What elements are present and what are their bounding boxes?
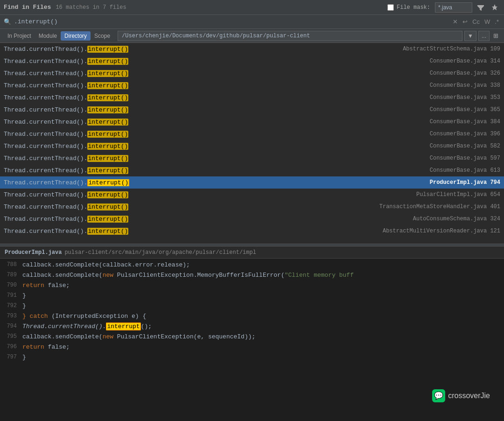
- line-number: 795: [0, 333, 22, 340]
- clear-search-btn[interactable]: ✕: [451, 18, 459, 26]
- result-row[interactable]: Thread.currentThread().interrupt()Consum…: [0, 55, 504, 67]
- tab-directory[interactable]: Directory: [61, 31, 91, 41]
- line-code: } catch (InterruptedException e) {: [22, 313, 146, 320]
- dir-expand-btn[interactable]: ▼: [464, 31, 476, 41]
- code-preview: 788 callback.sendComplete(callback.error…: [0, 259, 504, 421]
- header-actions: File mask:: [387, 2, 500, 13]
- result-code: Thread.currentThread().interrupt(): [4, 119, 425, 126]
- whole-word-btn[interactable]: W: [483, 18, 491, 26]
- code-preview-section: ProducerImpl.java pulsar-client/src/main…: [0, 246, 504, 421]
- tab-module[interactable]: Module: [35, 31, 61, 41]
- line-number: 788: [0, 261, 22, 268]
- result-code: Thread.currentThread().interrupt(): [4, 167, 425, 174]
- match-count: 16 matches in 7 files: [56, 4, 126, 11]
- code-line: 789 callback.sendComplete(new PulsarClie…: [0, 270, 504, 280]
- tab-scope[interactable]: Scope: [91, 31, 114, 41]
- line-number: 796: [0, 344, 22, 350]
- result-file: ConsumerBase.java 613: [430, 167, 500, 174]
- search-actions: ✕ ↩ Cc W .*: [451, 18, 500, 26]
- watermark-text: crossoverJie: [448, 392, 490, 400]
- search-bar: 🔍 ✕ ↩ Cc W .*: [0, 15, 504, 29]
- line-number: 790: [0, 282, 22, 288]
- result-row[interactable]: Thread.currentThread().interrupt()Consum…: [0, 140, 504, 152]
- result-code: Thread.currentThread().interrupt(): [4, 216, 408, 223]
- result-file: ProducerImpl.java 794: [430, 179, 500, 186]
- result-file: ConsumerBase.java 314: [430, 58, 500, 64]
- line-number: 791: [0, 292, 22, 299]
- result-row[interactable]: Thread.currentThread().interrupt()Abstra…: [0, 43, 504, 55]
- result-file: ConsumerBase.java 338: [430, 82, 500, 89]
- code-line: 794 Thread.currentThread().interrupt();: [0, 321, 504, 331]
- line-code: callback.sendComplete(callback.error.rel…: [22, 261, 190, 268]
- result-file: ConsumerBase.java 353: [430, 94, 500, 101]
- result-row[interactable]: Thread.currentThread().interrupt()Consum…: [0, 164, 504, 176]
- result-code: Thread.currentThread().interrupt(): [4, 94, 425, 101]
- line-code: return false;: [22, 282, 70, 289]
- file-mask-checkbox[interactable]: [387, 4, 394, 11]
- watermark-icon: 💬: [432, 389, 445, 402]
- result-file: ConsumerBase.java 326: [430, 70, 500, 77]
- undo-btn[interactable]: ↩: [461, 18, 469, 26]
- result-code: Thread.currentThread().interrupt(): [4, 58, 425, 65]
- code-line: 788 callback.sendComplete(callback.error…: [0, 260, 504, 270]
- results-list: Thread.currentThread().interrupt()Abstra…: [0, 43, 504, 244]
- main-content: Thread.currentThread().interrupt()Abstra…: [0, 43, 504, 421]
- result-file: AbstractMultiVersionReader.java 121: [383, 228, 500, 234]
- result-row[interactable]: Thread.currentThread().interrupt()Pulsar…: [0, 189, 504, 201]
- result-row[interactable]: Thread.currentThread().interrupt()Consum…: [0, 104, 504, 116]
- line-code: }: [22, 354, 26, 361]
- search-input[interactable]: [14, 18, 448, 25]
- code-preview-header: ProducerImpl.java pulsar-client/src/main…: [0, 246, 504, 259]
- result-row[interactable]: Thread.currentThread().interrupt()Consum…: [0, 128, 504, 140]
- code-line: 793 } catch (InterruptedException e) {: [0, 311, 504, 321]
- result-row[interactable]: Thread.currentThread().interrupt()Abstra…: [0, 225, 504, 237]
- result-file: ConsumerBase.java 396: [430, 131, 500, 137]
- pin-icon-btn[interactable]: [489, 3, 500, 12]
- result-code: Thread.currentThread().interrupt(): [4, 179, 425, 186]
- result-row[interactable]: Thread.currentThread().interrupt()Consum…: [0, 152, 504, 164]
- code-line: 791 }: [0, 290, 504, 301]
- watermark: 💬 crossoverJie: [432, 389, 490, 402]
- result-row[interactable]: Thread.currentThread().interrupt()Transa…: [0, 201, 504, 213]
- code-line: 790 return false;: [0, 280, 504, 290]
- code-line: 792 }: [0, 301, 504, 311]
- dir-toggle-view-btn[interactable]: ⊞: [491, 31, 500, 40]
- file-mask-input[interactable]: [435, 2, 472, 13]
- line-number: 797: [0, 354, 22, 360]
- directory-path-input[interactable]: [118, 31, 462, 41]
- file-mask-label: File mask:: [397, 4, 430, 11]
- code-line: 797 }: [0, 352, 504, 362]
- preview-file-path: pulsar-client/src/main/java/org/apache/p…: [64, 249, 256, 256]
- match-case-btn[interactable]: Cc: [471, 18, 481, 26]
- search-icon: 🔍: [4, 18, 11, 26]
- line-number: 793: [0, 313, 22, 319]
- line-number: 792: [0, 302, 22, 309]
- result-code: Thread.currentThread().interrupt(): [4, 191, 412, 198]
- preview-file-name: ProducerImpl.java: [5, 249, 62, 256]
- result-row[interactable]: Thread.currentThread().interrupt()Consum…: [0, 67, 504, 79]
- filter-icon-btn[interactable]: [475, 3, 486, 12]
- results-section: Thread.currentThread().interrupt()Abstra…: [0, 43, 504, 244]
- result-file: ConsumerBase.java 582: [430, 143, 500, 149]
- result-row[interactable]: Thread.currentThread().interrupt()Consum…: [0, 116, 504, 128]
- result-code: Thread.currentThread().interrupt(): [4, 131, 425, 138]
- result-code: Thread.currentThread().interrupt(): [4, 70, 425, 77]
- tab-in-project[interactable]: In Project: [4, 31, 35, 41]
- result-code: Thread.currentThread().interrupt(): [4, 155, 425, 162]
- result-row[interactable]: Thread.currentThread().interrupt()Produc…: [0, 176, 504, 189]
- result-row[interactable]: Thread.currentThread().interrupt()AutoCo…: [0, 213, 504, 225]
- result-file: ConsumerBase.java 597: [430, 155, 500, 161]
- result-row[interactable]: Thread.currentThread().interrupt()Consum…: [0, 79, 504, 91]
- result-code: Thread.currentThread().interrupt(): [4, 143, 425, 150]
- directory-path-section: ▼ ... ⊞: [118, 31, 500, 41]
- regex-btn[interactable]: .*: [493, 18, 500, 26]
- line-code: }: [22, 292, 26, 299]
- scope-bar: In Project Module Directory Scope ▼ ... …: [0, 29, 504, 43]
- line-code: callback.sendComplete(new PulsarClientEx…: [22, 333, 255, 340]
- result-row[interactable]: Thread.currentThread().interrupt()Consum…: [0, 91, 504, 104]
- dir-browse-btn[interactable]: ...: [478, 31, 490, 41]
- result-code: Thread.currentThread().interrupt(): [4, 106, 425, 113]
- result-file: ConsumerBase.java 384: [430, 119, 500, 125]
- panel-title: Find in Files: [4, 4, 51, 11]
- result-file: TransactionMetaStoreHandler.java 401: [379, 203, 500, 210]
